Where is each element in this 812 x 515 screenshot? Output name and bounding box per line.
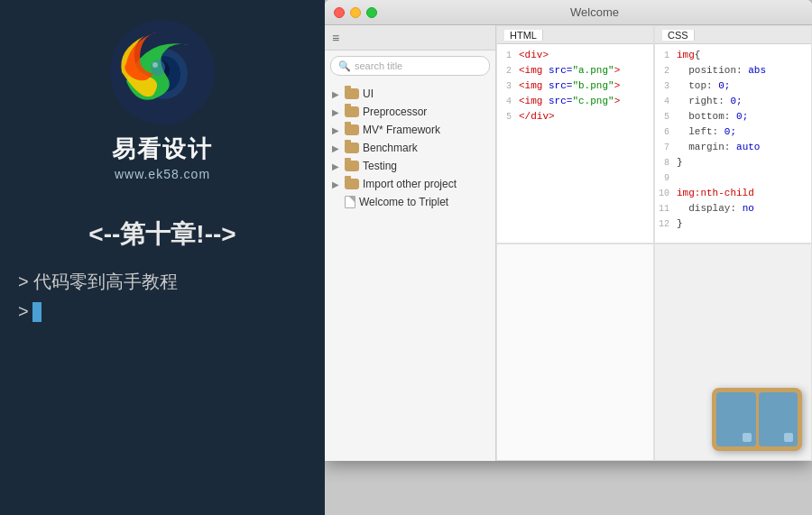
folder-icon <box>345 179 359 189</box>
svg-point-4 <box>151 60 165 76</box>
tree-label: Preprocessor <box>363 106 427 118</box>
pane-tab-bar-html: HTML <box>497 26 653 44</box>
left-panel: 易看设计 www.ek58.com <--第十章!--> > 代码零到高手教程 … <box>0 0 325 515</box>
search-placeholder: search title <box>355 60 402 71</box>
tree-label: Import other project <box>363 178 457 190</box>
code-line: 3 <img src="b.png"> <box>497 78 653 94</box>
code-content-css: 1 img{ 2 position: abs 3 top: 0; 4 <box>655 44 811 235</box>
arrow-icon: ▶ <box>332 106 343 117</box>
search-bar[interactable]: 🔍 search title <box>330 56 490 76</box>
search-icon: 🔍 <box>338 60 351 72</box>
cursor-block <box>32 302 42 322</box>
sidebar: ≡ 🔍 search title ▶ UI ▶ Preprocess <box>325 25 496 461</box>
window-title: Welcome <box>386 5 803 19</box>
code-line: 10 img:nth-child <box>655 186 811 201</box>
folder-icon <box>345 124 359 135</box>
code-line: 5 bottom: 0; <box>655 109 811 124</box>
folder-icon <box>345 143 359 153</box>
maximize-button[interactable] <box>366 7 377 18</box>
tree-label: Benchmark <box>363 142 418 154</box>
tree-item-testing[interactable]: ▶ Testing <box>325 157 495 175</box>
cursor-line: > <box>18 301 307 322</box>
right-panel: Welcome ≡ 🔍 search title ▶ UI <box>325 0 812 515</box>
sidebar-toolbar: ≡ <box>325 25 495 51</box>
card-illustration <box>712 388 802 451</box>
editor-pane-bottom-right <box>654 244 812 462</box>
tree-item-import[interactable]: ▶ Import other project <box>325 175 495 193</box>
arrow-icon: ▶ <box>332 143 343 153</box>
arrow-icon: ▶ <box>332 179 343 189</box>
code-line: 2 <img src="a.png"> <box>497 63 653 78</box>
code-line: 8 } <box>655 155 811 170</box>
code-line: 1 img{ <box>655 48 811 63</box>
folder-icon <box>345 161 359 171</box>
code-line: 3 top: 0; <box>655 78 811 94</box>
tree-label: Testing <box>363 160 397 172</box>
code-line: 7 margin: auto <box>655 140 811 155</box>
minimize-button[interactable] <box>350 7 361 18</box>
code-line: 5 </div> <box>497 109 653 124</box>
folder-icon <box>345 106 359 117</box>
arrow-icon: ▶ <box>332 88 343 99</box>
code-line: 2 position: abs <box>655 63 811 78</box>
traffic-lights <box>334 7 377 18</box>
pane-tab-css[interactable]: CSS <box>662 30 695 41</box>
window-body: ≡ 🔍 search title ▶ UI ▶ Preprocess <box>325 25 812 461</box>
code-line: 6 left: 0; <box>655 124 811 140</box>
arrow-icon: ▶ <box>332 124 343 135</box>
folder-icon <box>345 88 359 99</box>
chapter-section: <--第十章!--> > 代码零到高手教程 > <box>0 217 325 322</box>
tree-item-welcome[interactable]: ▶ Welcome to Triplet <box>325 193 495 211</box>
editor-area: HTML 1 <div> 2 <img src="a.png"> 3 <box>496 25 812 461</box>
code-line: 4 <img src="c.png"> <box>497 94 653 109</box>
card-slot-right <box>759 392 798 446</box>
arrow-icon: ▶ <box>332 161 343 171</box>
hamburger-icon[interactable]: ≡ <box>332 31 339 45</box>
tree-item-preprocessor[interactable]: ▶ Preprocessor <box>325 103 495 121</box>
logo-icon <box>108 18 217 126</box>
tree-item-benchmark[interactable]: ▶ Benchmark <box>325 139 495 157</box>
tree-label: Welcome to Triplet <box>359 196 448 208</box>
card-slot-left <box>716 392 756 446</box>
window-titlebar: Welcome <box>325 0 812 25</box>
editor-pane-html: HTML 1 <div> 2 <img src="a.png"> 3 <box>496 25 654 244</box>
code-line: 9 <box>655 170 811 186</box>
pane-tab-html[interactable]: HTML <box>504 30 543 41</box>
code-content-html: 1 <div> 2 <img src="a.png"> 3 <img src="… <box>497 44 653 128</box>
pane-tab-bar-css: CSS <box>655 26 811 44</box>
tree-item-ui[interactable]: ▶ UI <box>325 85 495 103</box>
editor-pane-css: CSS 1 img{ 2 position: abs 3 <box>654 25 812 244</box>
code-line: 4 right: 0; <box>655 94 811 109</box>
arrow-icon: ▶ <box>332 197 343 207</box>
logo-area: 易看设计 www.ek58.com <box>108 18 217 181</box>
chapter-desc: > 代码零到高手教程 <box>18 270 307 294</box>
cursor-prompt: > <box>18 301 29 322</box>
file-icon <box>345 196 355 208</box>
mac-window: Welcome ≡ 🔍 search title ▶ UI <box>325 0 812 461</box>
svg-point-5 <box>152 62 158 68</box>
code-line: 12 } <box>655 216 811 232</box>
chapter-title: <--第十章!--> <box>18 217 307 252</box>
editor-pane-bottom-left <box>496 244 654 462</box>
file-tree: ▶ UI ▶ Preprocessor ▶ MV* Framework <box>325 81 495 461</box>
tree-item-mvframework[interactable]: ▶ MV* Framework <box>325 121 495 139</box>
tree-label: UI <box>363 87 374 100</box>
code-line: 11 display: no <box>655 201 811 216</box>
brand-url: www.ek58.com <box>115 167 210 181</box>
close-button[interactable] <box>334 7 345 18</box>
code-line: 1 <div> <box>497 48 653 63</box>
tree-label: MV* Framework <box>363 124 440 136</box>
brand-name: 易看设计 <box>112 133 213 165</box>
